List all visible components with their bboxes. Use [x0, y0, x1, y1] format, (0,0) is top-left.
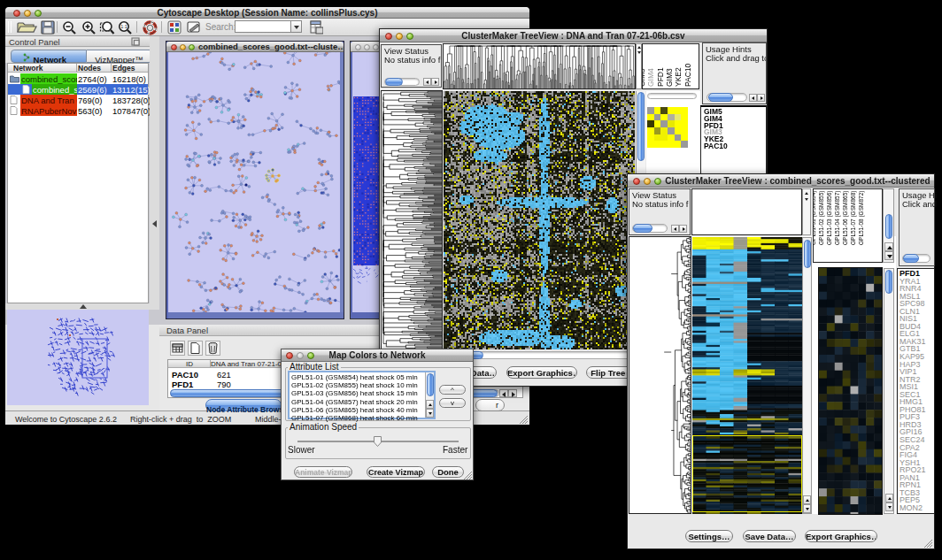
- svg-text:1:1: 1:1: [120, 24, 127, 29]
